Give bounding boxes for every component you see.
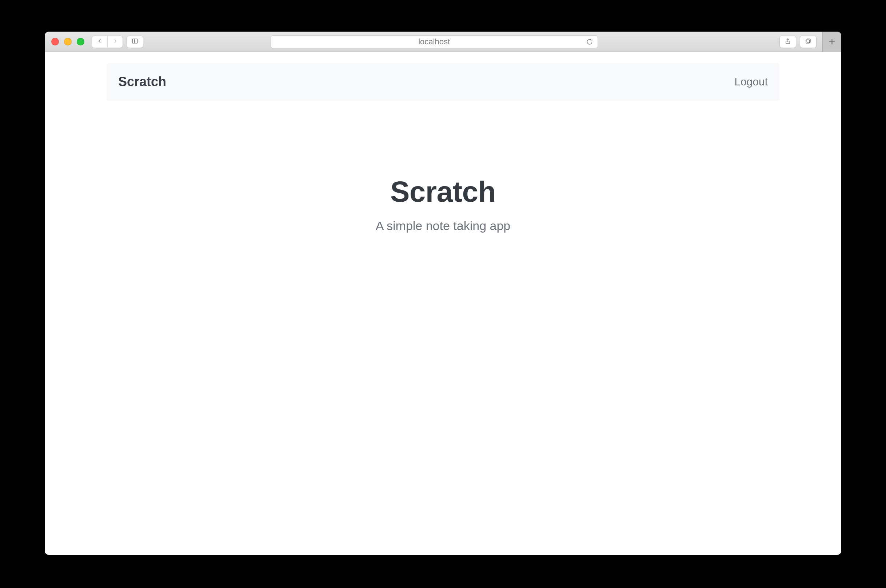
- svg-rect-0: [132, 39, 137, 43]
- logout-link[interactable]: Logout: [734, 76, 768, 88]
- maximize-window-button[interactable]: [77, 38, 84, 45]
- chevron-right-icon: [112, 38, 118, 45]
- tabs-icon: [805, 38, 811, 46]
- brand-link[interactable]: Scratch: [118, 74, 166, 89]
- svg-rect-3: [807, 39, 810, 42]
- address-bar[interactable]: localhost: [271, 35, 598, 48]
- hero-section: Scratch A simple note taking app: [107, 100, 779, 233]
- minimize-window-button[interactable]: [64, 38, 72, 45]
- back-button[interactable]: [92, 36, 107, 48]
- window-controls: [51, 38, 84, 45]
- sidebar-icon: [132, 38, 138, 46]
- close-window-button[interactable]: [51, 38, 59, 45]
- forward-button[interactable]: [107, 36, 123, 48]
- page-viewport: Scratch Logout Scratch A simple note tak…: [45, 52, 841, 555]
- toolbar-right: +: [779, 36, 837, 48]
- browser-window: localhost + Scrat: [45, 32, 841, 555]
- reload-button[interactable]: [586, 38, 593, 45]
- chevron-left-icon: [97, 38, 102, 45]
- share-icon: [785, 38, 791, 46]
- show-tabs-button[interactable]: [800, 36, 817, 48]
- nav-back-forward-group: [92, 36, 123, 48]
- page-title: Scratch: [107, 175, 779, 208]
- plus-icon: +: [829, 36, 835, 47]
- new-tab-button[interactable]: +: [822, 32, 841, 52]
- svg-rect-4: [806, 40, 809, 43]
- share-button[interactable]: [779, 36, 796, 48]
- sidebar-toggle-button[interactable]: [126, 36, 143, 48]
- browser-toolbar: localhost +: [45, 32, 841, 52]
- app-navbar: Scratch Logout: [107, 63, 779, 100]
- page-subtitle: A simple note taking app: [107, 219, 779, 233]
- url-text: localhost: [418, 37, 450, 46]
